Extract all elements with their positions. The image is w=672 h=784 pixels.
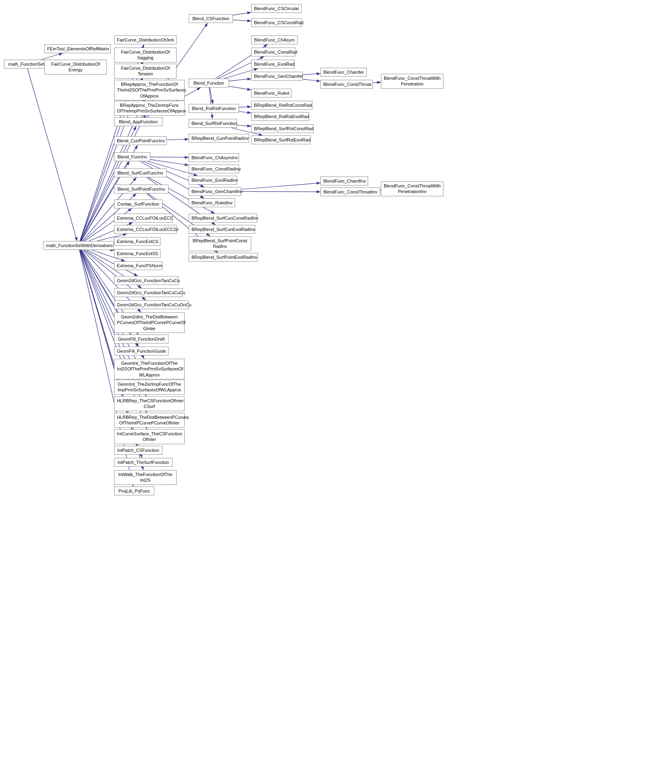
node-FairCurve_DistributionOfSagging[interactable]: FairCurve_DistributionOf Sagging — [114, 48, 177, 62]
node-BRepApprox_TheZerImpFuncOfTheImpPrmSvSurfacesOfApprox[interactable]: BRepApprox_TheZerImpFunc OfTheImpPrmSvSu… — [114, 101, 185, 116]
edge-Blend_CSFunction-BlendFunc_CSCircular — [233, 12, 251, 15]
node-Blend_SurfPointFuncInv[interactable]: Blend_SurfPointFuncInv — [114, 185, 169, 193]
edge-Blend_FuncInv-BlendFunc_ChAsymInv — [150, 157, 189, 157]
edge-math_FunctionSet-math_FunctionSetWithDerivatives — [27, 69, 77, 241]
edge-Blend_RstRstFunction-BRepBlend_RstRstEvolRad — [239, 112, 251, 113]
edge-BlendFunc_GenChamfer-BlendFunc_ConstThroat — [303, 79, 320, 81]
node-Blend_SurfCunFuncInv[interactable]: Blend_SurfCunFuncInv — [114, 168, 166, 177]
node-Blend_CunPointFuncInv[interactable]: Blend_CunPointFuncInv — [114, 136, 166, 145]
node-BlendFunc_CSConstRad[interactable]: BlendFunc_CSConstRad — [251, 18, 302, 27]
edge-Blend_Function-BlendFunc_Ruled — [229, 86, 251, 90]
node-Blend_FuncInv[interactable]: Blend_FuncInv — [114, 152, 150, 161]
node-BRepBlend_SurfPointConstRadInv[interactable]: BRepBlend_SurfPointConst RadInv — [189, 236, 251, 251]
edge-Blend_CSFunction-BlendFunc_CSConstRad — [233, 20, 251, 21]
node-BRepBlend_CunPointRadInv[interactable]: BRepBlend_CunPointRadInv — [189, 134, 249, 143]
node-GeomFill_FunctionGuide[interactable]: GeomFill_FunctionGuide — [114, 347, 169, 356]
node-BlendFunc_ConstRad[interactable]: BlendFunc_ConstRad — [251, 48, 295, 56]
node-Blend_Function[interactable]: Blend_Function — [189, 79, 229, 87]
node-BlendFunc_Ruled[interactable]: BlendFunc_Ruled — [251, 89, 291, 98]
node-BRepBlend_SurfCunEvolRadInv[interactable]: BRepBlend_SurfCunEvolRadInv — [189, 225, 255, 234]
node-FEmTool_ElementsOfRefMatrix[interactable]: FEmTool_ElementsOfRefMatrix — [44, 44, 111, 53]
node-BlendFunc_ConstThroatWithPenetration[interactable]: BlendFunc_ConstThroatWith Penetration — [381, 74, 443, 89]
node-Blend_AppFunction[interactable]: Blend_AppFunction — [114, 117, 162, 126]
node-BlendFunc_EvolRadInv[interactable]: BlendFunc_EvolRadInv — [189, 176, 237, 185]
node-HLRBRep_TheCSFunctionOfInterCSurf[interactable]: HLRBRep_TheCSFunctionOfInter CSurf — [114, 396, 185, 411]
node-Geom2dGcc_FunctionTanCuCuCu[interactable]: Geom2dGcc_FunctionTanCuCuCu — [114, 288, 183, 297]
node-Geom2dInt_TheDistBetweenPCurvesOfTheIntPCurvePCurveOfGInter[interactable]: Geom2dInt_TheDistBetween PCurvesOfTheInt… — [114, 312, 185, 333]
edge-Blend_SurfRstFunction-BRepBlend_SurfRstConstRad — [237, 125, 251, 127]
node-BlendFunc_ConstThroatWithPenetrationInv[interactable]: BlendFunc_ConstThroatWith PenetrationInv — [381, 181, 443, 196]
node-GeomFill_FunctionDraft[interactable]: GeomFill_FunctionDraft — [114, 335, 169, 343]
node-BRepBlend_SurfRstEvolRad[interactable]: BRepBlend_SurfRstEvolRad — [251, 135, 311, 144]
node-BRepBlend_RstRstEvolRad[interactable]: BRepBlend_RstRstEvolRad — [251, 112, 309, 121]
node-IntCurveSurface_TheCSFunctionOfInter[interactable]: IntCurveSurface_TheCSFunction OfInter — [114, 429, 185, 444]
node-Contap_SurfFunction[interactable]: Contap_SurfFunction — [114, 200, 162, 208]
edge-math_FunctionSet-FEmTool_ElementsOfRefMatrix — [41, 53, 63, 60]
node-BlendFunc_RuledInv[interactable]: BlendFunc_RuledInv — [189, 198, 235, 207]
node-BRepBlend_SurfPointEvolRadInv[interactable]: BRepBlend_SurfPointEvolRadInv — [189, 253, 258, 262]
node-BlendFunc_ChAsymInv[interactable]: BlendFunc_ChAsymInv — [189, 153, 239, 162]
node-FairCurve_DistributionOfEnergy[interactable]: FairCurve_DistributionOf Energy — [44, 60, 107, 75]
node-IntPatch_TheSurfFunction[interactable]: IntPatch_TheSurfFunction — [114, 458, 173, 467]
edge-Blend_RstRstFunction-BRepBlend_RstRstConstRad — [239, 107, 251, 107]
edge-Blend_Function-Blend_SurfRstFunction — [209, 87, 212, 119]
node-Extrema_FuncPSNorm[interactable]: Extrema_FuncPSNorm — [114, 261, 162, 270]
node-ProjLib_PrjFunc[interactable]: ProjLib_PrjFunc — [114, 487, 154, 495]
arrows-svg — [0, 0, 672, 784]
node-Blend_RstRstFunction[interactable]: Blend_RstRstFunction — [189, 104, 239, 113]
edge-Blend_CunPointFuncInv-BRepBlend_CunPointRadInv — [166, 139, 189, 140]
node-BRepBlend_RstRstConstRad[interactable]: BRepBlend_RstRstConstRad — [251, 101, 312, 110]
diagram-container: math_FunctionSetmath_FunctionSetWithDeri… — [0, 0, 672, 784]
node-BlendFunc_ConstThroatInv[interactable]: BlendFunc_ConstThroatInv — [320, 187, 380, 196]
node-math_FunctionSet[interactable]: math_FunctionSet — [4, 60, 48, 69]
node-BlendFunc_ChamfInv[interactable]: BlendFunc_ChamfInv — [320, 177, 368, 185]
node-BlendFunc_GenChamfInv[interactable]: BlendFunc_GenChamfInv — [189, 187, 241, 196]
edge-BlendFunc_GenChamfInv-BlendFunc_ChamfInv — [241, 183, 320, 189]
node-Blend_CSFunction[interactable]: Blend_CSFunction — [189, 14, 233, 23]
edge-Blend_Function-Blend_RstRstFunction — [210, 87, 213, 104]
node-FairCurve_DistributionOfTension[interactable]: FairCurve_DistributionOf Tension — [114, 64, 177, 79]
node-Geom2dGcc_FunctionTanCuCu[interactable]: Geom2dGcc_FunctionTanCuCu — [114, 276, 179, 285]
node-Extrema_FuncExtCS[interactable]: Extrema_FuncExtCS — [114, 237, 160, 246]
node-BRepBlend_SurfCunConstRadInv[interactable]: BRepBlend_SurfCunConstRadInv — [189, 214, 257, 223]
node-Blend_SurfRstFunction[interactable]: Blend_SurfRstFunction — [189, 119, 237, 128]
node-BlendFunc_ConstRadInv[interactable]: BlendFunc_ConstRadInv — [189, 164, 239, 173]
edge-Blend_Function-BlendFunc_GenChamfer — [229, 79, 251, 81]
node-Geom2dGcc_FunctionTanCuCuOnCu[interactable]: Geom2dGcc_FunctionTanCuCuOnCu — [114, 300, 189, 309]
node-BRepBlend_SurfRstConstRad[interactable]: BRepBlend_SurfRstConstRad — [251, 124, 314, 133]
node-BlendFunc_Chamfer[interactable]: BlendFunc_Chamfer — [320, 68, 367, 77]
node-BRepApprox_TheFunctionOfTheInt2SOfThePrmPrmSvSurfacesOfApprox[interactable]: BRepApprox_TheFunctionOf TheInt2SOfThePr… — [114, 80, 185, 100]
edge-BlendFunc_ConstThroat-BlendFunc_ConstThroatWithPenetration — [373, 82, 381, 83]
node-GeomInt_TheZerImpFuncOfTheImpPrmSvSurfacesOfWLApprox[interactable]: GeomInt_TheZerImpFuncOfThe ImpPrmSvSurfa… — [114, 380, 185, 395]
node-BlendFunc_GenChamfer[interactable]: BlendFunc_GenChamfer — [251, 72, 303, 81]
edge-Blend_FuncInv-BlendFunc_ConstRadInv — [150, 160, 189, 165]
node-BlendFunc_ChAsym[interactable]: BlendFunc_ChAsym — [251, 35, 298, 44]
node-BlendFunc_EvolRad[interactable]: BlendFunc_EvolRad — [251, 60, 295, 69]
node-HLRBRep_TheDistBetweenPCurvesOfTheIntPCurvePCurveOfInter[interactable]: HLRBRep_TheDistBetweenPCurves OfTheIntPC… — [114, 413, 185, 428]
node-IntWalk_TheFunctionOfTheInt2S[interactable]: IntWalk_TheFunctionOfThe Int2S — [114, 470, 177, 485]
node-math_FunctionSetWithDerivatives[interactable]: math_FunctionSetWithDerivatives — [43, 241, 114, 250]
edge-BlendFunc_GenChamfer-BlendFunc_Chamfer — [303, 73, 320, 75]
node-IntPatch_CSFunction[interactable]: IntPatch_CSFunction — [114, 446, 162, 455]
node-BlendFunc_CSCircular[interactable]: BlendFunc_CSCircular — [251, 4, 302, 13]
node-BlendFunc_ConstThroat[interactable]: BlendFunc_ConstThroat — [320, 80, 373, 89]
node-FairCurve_DistributionOfJerk[interactable]: FairCurve_DistributionOfJerk — [114, 35, 177, 44]
node-GeomInt_TheFunctionOfTheInt2SOfThePrmPrmSvSurfacesOfWLApprox[interactable]: GeomInt_TheFunctionOfThe Int2SOfThePrmPr… — [114, 359, 185, 379]
node-Extrema_CCLocFOtLocECC2d[interactable]: Extrema_CCLocFOtLocECC2d — [114, 225, 177, 234]
node-Extrema_FuncExtSS[interactable]: Extrema_FuncExtSS — [114, 249, 160, 258]
node-Extrema_CCLocFOtLocECC[interactable]: Extrema_CCLocFOtLocECC — [114, 214, 173, 223]
edge-BlendFunc_GenChamfInv-BlendFunc_ConstThroatInv — [241, 191, 320, 192]
